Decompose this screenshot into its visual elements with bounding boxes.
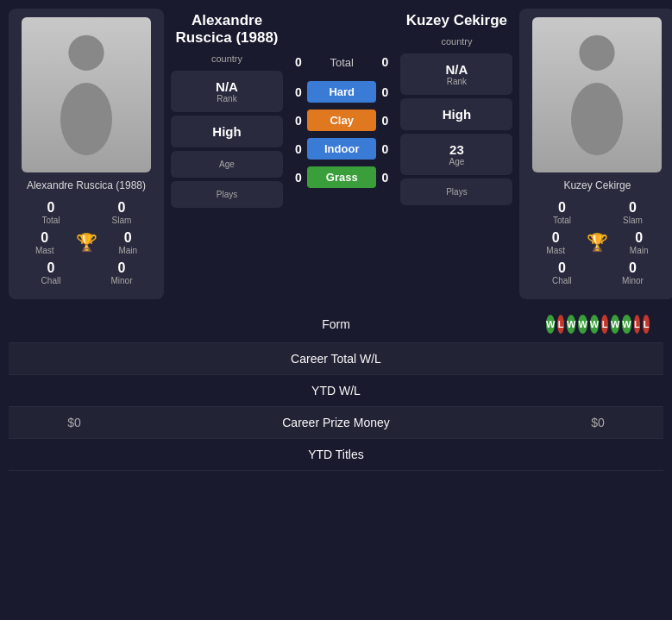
left-stat-main: 0 Main (101, 230, 156, 255)
right-trophy-icon: 🏆 (587, 232, 608, 253)
svg-point-2 (580, 35, 615, 71)
clay-badge: Clay (307, 110, 376, 131)
svg-point-3 (571, 83, 623, 155)
left-stat-minor: 0 Minor (88, 260, 155, 285)
left-stats-grid: 0 Total 0 Slam (17, 200, 155, 225)
surfaces-col: 0 Total 0 0 Hard 0 0 Clay 0 (290, 9, 393, 191)
surface-row-grass: 0 Grass 0 (290, 163, 393, 191)
left-stats-trophy-row: 0 Mast 🏆 0 Main (17, 230, 155, 255)
indoor-badge: Indoor (307, 138, 376, 160)
right-stat-slam: 0 Slam (599, 200, 666, 225)
left-player-avatar (22, 17, 151, 172)
form-badge-2: L (557, 315, 564, 334)
ytd-titles-row: YTD Titles (9, 439, 663, 471)
right-stat-minor: 0 Minor (599, 260, 666, 285)
players-top: Alexandre Ruscica (1988) 0 Total 0 Slam … (9, 9, 663, 299)
surface-row-clay: 0 Clay 0 (290, 106, 393, 135)
main-container: Alexandre Ruscica (1988) 0 Total 0 Slam … (0, 0, 672, 479)
right-stats-grid2: 0 Chall 0 Minor (528, 260, 666, 285)
bottom-stats: Form W L W W W L W W L L Career (9, 306, 663, 471)
left-rank-block: N/A Rank (171, 71, 283, 112)
left-player-card: Alexandre Ruscica (1988) 0 Total 0 Slam … (9, 9, 164, 299)
hard-badge: Hard (307, 81, 376, 103)
right-age-block: 23 Age (400, 134, 512, 175)
right-player-name: Kuzey Cekirge (563, 179, 631, 193)
career-wl-label: Career Total W/L (126, 352, 546, 366)
left-plays-block: Plays (171, 181, 283, 208)
left-stats-grid2: 0 Chall 0 Minor (17, 260, 155, 285)
form-row: Form W L W W W L W W L L (9, 306, 663, 343)
right-stat-mast: 0 Mast (528, 230, 583, 255)
career-wl-row: Career Total W/L (9, 343, 663, 375)
svg-point-0 (68, 35, 104, 71)
form-badge-7: W (611, 315, 619, 334)
right-player-card: Kuzey Cekirge 0 Total 0 Slam 0 Mast 🏆 (519, 9, 672, 299)
form-badge-10: L (643, 315, 650, 334)
form-badge-5: W (590, 315, 599, 334)
right-country: country (400, 36, 512, 47)
prize-label: Career Prize Money (126, 416, 546, 429)
ytd-titles-label: YTD Titles (126, 448, 546, 461)
form-label: Form (126, 317, 546, 331)
form-badge-8: W (622, 315, 631, 334)
right-avatar-silhouette (532, 17, 662, 172)
form-badge-9: L (634, 315, 641, 334)
form-badge-3: W (567, 315, 575, 334)
right-player-header: Kuzey Cekirge (400, 9, 512, 33)
left-country: country (171, 53, 283, 64)
left-player-name: Alexandre Ruscica (1988) (27, 179, 146, 193)
left-trophy-icon: 🏆 (76, 232, 97, 253)
center-col: Alexandre Ruscica (1988) country N/A Ran… (171, 9, 512, 299)
left-info-col: Alexandre Ruscica (1988) country N/A Ran… (171, 9, 283, 208)
prize-right: $0 (546, 416, 650, 429)
right-stat-main: 0 Main (612, 230, 667, 255)
form-badge-6: L (601, 315, 608, 334)
right-player-avatar (532, 17, 662, 172)
ytd-wl-row: YTD W/L (9, 375, 663, 407)
right-stat-chall: 0 Chall (528, 260, 595, 285)
right-high-block: High (400, 98, 512, 130)
ytd-wl-label: YTD W/L (126, 384, 546, 398)
prize-row: $0 Career Prize Money $0 (9, 407, 663, 439)
left-player-header: Alexandre Ruscica (1988) (171, 9, 283, 50)
grass-badge: Grass (307, 166, 376, 188)
prize-left: $0 (22, 416, 126, 429)
left-avatar-silhouette (22, 17, 151, 172)
left-high-block: High (171, 116, 283, 147)
surface-row-hard: 0 Hard 0 (290, 78, 393, 106)
form-badges-container: W L W W W L W W L L (546, 315, 650, 334)
right-stats-grid: 0 Total 0 Slam (528, 200, 666, 225)
left-stat-slam: 0 Slam (88, 200, 155, 225)
left-stat-chall: 0 Chall (17, 260, 85, 285)
form-badge-4: W (578, 315, 587, 334)
total-row: 0 Total 0 (290, 52, 393, 72)
right-stat-total: 0 Total (528, 200, 595, 225)
left-stat-mast: 0 Mast (17, 230, 72, 255)
right-plays-block: Plays (400, 178, 512, 205)
right-rank-block: N/A Rank (400, 53, 512, 95)
svg-point-1 (60, 83, 112, 155)
form-badges: W L W W W L W W L L (546, 315, 650, 334)
form-badge-1: W (546, 315, 555, 334)
surface-row-indoor: 0 Indoor 0 (290, 135, 393, 163)
left-age-block: Age (171, 151, 283, 178)
right-stats-trophy-row: 0 Mast 🏆 0 Main (528, 230, 666, 255)
left-stat-total: 0 Total (17, 200, 85, 225)
right-info-col: Kuzey Cekirge country N/A Rank High 23 A… (400, 9, 512, 205)
